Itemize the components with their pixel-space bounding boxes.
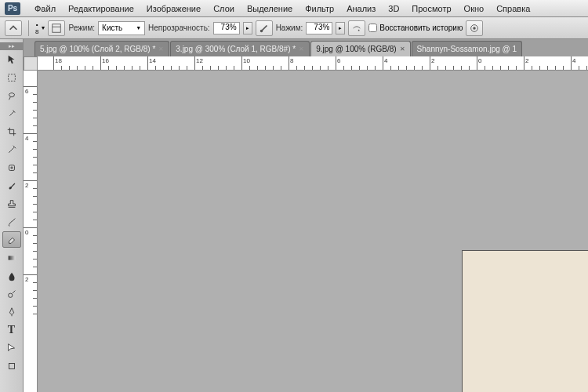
svg-rect-0 bbox=[53, 24, 61, 32]
toolbox: ▸▸ T bbox=[0, 39, 24, 392]
tab-label: 9.jpg @ 100% (RGB/8) bbox=[316, 45, 396, 53]
close-icon[interactable]: ✕ bbox=[299, 45, 304, 53]
menu-analysis[interactable]: Анализ bbox=[340, 4, 382, 13]
tool-path[interactable] bbox=[2, 339, 21, 356]
brush-preset[interactable]: •8 bbox=[35, 21, 38, 35]
mode-label: Режим: bbox=[68, 24, 95, 32]
menu-layer[interactable]: Слои bbox=[207, 4, 241, 13]
svg-point-2 bbox=[260, 29, 263, 32]
tab-label: Shannyn-Sossamon.jpg @ 1 bbox=[417, 45, 517, 53]
restore-history-check[interactable]: Восстановить историю bbox=[368, 24, 463, 32]
menu-3d[interactable]: 3D bbox=[382, 4, 405, 13]
tool-eyedropper[interactable] bbox=[2, 141, 21, 158]
tool-blur[interactable] bbox=[2, 267, 21, 284]
canvas-area[interactable] bbox=[38, 71, 588, 392]
svg-line-10 bbox=[12, 290, 15, 293]
close-icon[interactable]: ✕ bbox=[158, 45, 164, 53]
ruler-vertical[interactable]: 64202 bbox=[24, 71, 38, 392]
document-image bbox=[463, 251, 588, 392]
options-bar: •8 ▾ Режим: Кисть▼ Непрозрачность: 73% ▸… bbox=[0, 17, 588, 39]
brush-size-label: 8 bbox=[35, 28, 38, 35]
flow-flyout[interactable]: ▸ bbox=[336, 22, 345, 34]
tool-stamp[interactable] bbox=[2, 195, 21, 212]
menu-image[interactable]: Изображение bbox=[140, 4, 207, 13]
tool-heal[interactable] bbox=[2, 159, 21, 176]
airbrush-icon[interactable] bbox=[348, 20, 365, 36]
tool-shape[interactable] bbox=[2, 358, 21, 374]
document-tab[interactable]: 9.jpg @ 100% (RGB/8)✕ bbox=[310, 41, 410, 56]
svg-rect-6 bbox=[8, 74, 15, 81]
separator bbox=[28, 20, 29, 36]
mode-value: Кисть bbox=[102, 24, 122, 32]
tool-crop[interactable] bbox=[2, 123, 21, 140]
tool-gradient[interactable] bbox=[2, 249, 21, 266]
brush-panel-icon[interactable] bbox=[48, 20, 65, 36]
tool-dodge[interactable] bbox=[2, 285, 21, 302]
menu-window[interactable]: Окно bbox=[458, 4, 491, 13]
flow-label: Нажим: bbox=[276, 24, 303, 32]
pressure-size-icon[interactable] bbox=[466, 20, 483, 36]
pressure-opacity-icon[interactable] bbox=[256, 20, 273, 36]
svg-rect-8 bbox=[8, 256, 15, 260]
flow-input[interactable]: 73% bbox=[306, 22, 332, 34]
tool-lasso[interactable] bbox=[2, 87, 21, 103]
tab-label: 3.jpg @ 300% (Слой 1, RGB/8#) * bbox=[176, 45, 296, 53]
mode-select[interactable]: Кисть▼ bbox=[98, 21, 145, 35]
work-area: 5.jpg @ 100% (Слой 2, RGB/8) *✕ 3.jpg @ … bbox=[24, 39, 588, 392]
menu-edit[interactable]: Редактирование bbox=[62, 4, 140, 13]
restore-history-label: Восстановить историю bbox=[379, 24, 463, 32]
tool-history-brush[interactable] bbox=[2, 213, 21, 230]
svg-point-9 bbox=[8, 293, 12, 297]
opacity-label: Непрозрачность: bbox=[148, 24, 210, 32]
tab-label: 5.jpg @ 100% (Слой 2, RGB/8) * bbox=[40, 45, 155, 53]
svg-rect-11 bbox=[9, 363, 14, 368]
svg-point-5 bbox=[474, 27, 477, 30]
document-tab[interactable]: Shannyn-Sossamon.jpg @ 1 bbox=[412, 41, 522, 56]
menu-view[interactable]: Просмотр bbox=[405, 4, 457, 13]
toolbox-expand[interactable]: ▸▸ bbox=[0, 42, 23, 50]
ruler-origin[interactable] bbox=[24, 56, 38, 71]
menu-filter[interactable]: Фильтр bbox=[299, 4, 340, 13]
close-icon[interactable]: ✕ bbox=[400, 45, 405, 53]
ruler-horizontal[interactable]: 18161412108642024 bbox=[38, 56, 588, 71]
tool-brush[interactable] bbox=[2, 177, 21, 194]
tool-wand[interactable] bbox=[2, 105, 21, 122]
tool-pen[interactable] bbox=[2, 303, 21, 320]
menu-bar: Ps Файл Редактирование Изображение Слои … bbox=[0, 0, 588, 17]
opacity-flyout[interactable]: ▸ bbox=[243, 22, 252, 34]
document-tab-bar: 5.jpg @ 100% (Слой 2, RGB/8) *✕ 3.jpg @ … bbox=[24, 39, 588, 56]
document-tab[interactable]: 5.jpg @ 100% (Слой 2, RGB/8) *✕ bbox=[34, 41, 169, 56]
opacity-input[interactable]: 73% bbox=[213, 22, 240, 34]
app-logo: Ps bbox=[5, 2, 20, 15]
tool-marquee[interactable] bbox=[2, 69, 21, 85]
tool-type[interactable]: T bbox=[2, 321, 21, 338]
menu-select[interactable]: Выделение bbox=[241, 4, 299, 13]
tool-eraser[interactable] bbox=[2, 231, 21, 248]
document-tab[interactable]: 3.jpg @ 300% (Слой 1, RGB/8#) *✕ bbox=[170, 41, 310, 56]
tool-move[interactable] bbox=[2, 51, 21, 67]
menu-help[interactable]: Справка bbox=[490, 4, 536, 13]
menu-file[interactable]: Файл bbox=[28, 4, 62, 13]
main-area: ▸▸ T 5.jpg @ 100% (Слой 2, RGB/8) *✕ 3.j… bbox=[0, 39, 588, 392]
tool-preset-icon[interactable] bbox=[5, 20, 22, 36]
svg-point-3 bbox=[358, 29, 360, 31]
